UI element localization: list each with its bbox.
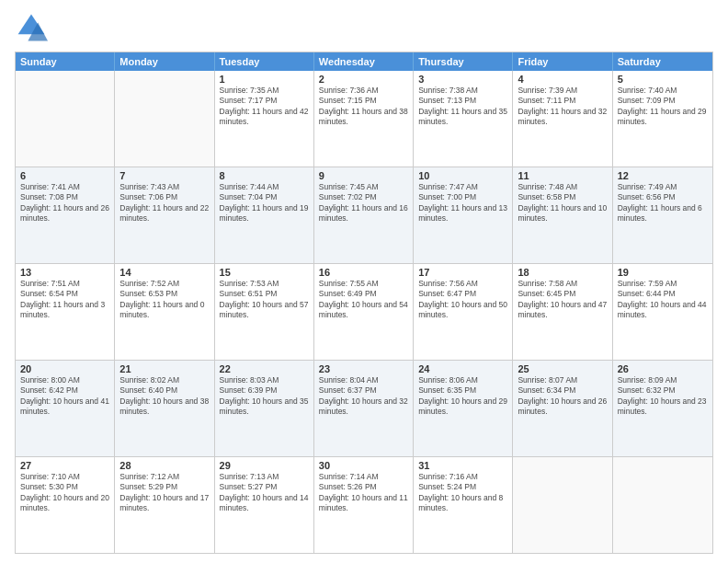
calendar-cell-0-4: 3Sunrise: 7:38 AM Sunset: 7:13 PM Daylig… — [414, 71, 513, 167]
day-info: Sunrise: 8:00 AM Sunset: 6:42 PM Dayligh… — [20, 375, 109, 418]
day-number: 8 — [220, 170, 309, 181]
day-info: Sunrise: 7:51 AM Sunset: 6:54 PM Dayligh… — [20, 279, 109, 321]
day-number: 14 — [119, 267, 209, 278]
header-day-tuesday: Tuesday — [215, 52, 314, 71]
calendar-cell-3-2: 22Sunrise: 8:03 AM Sunset: 6:39 PM Dayli… — [215, 361, 314, 456]
day-number: 19 — [618, 267, 708, 278]
calendar-cell-1-6: 12Sunrise: 7:49 AM Sunset: 6:56 PM Dayli… — [613, 167, 712, 263]
header-day-sunday: Sunday — [16, 52, 115, 71]
calendar-cell-4-4: 31Sunrise: 7:16 AM Sunset: 5:24 PM Dayli… — [414, 457, 513, 553]
day-number: 26 — [618, 363, 708, 374]
calendar-cell-2-0: 13Sunrise: 7:51 AM Sunset: 6:54 PM Dayli… — [16, 264, 115, 360]
day-info: Sunrise: 8:02 AM Sunset: 6:40 PM Dayligh… — [119, 375, 209, 418]
calendar-row-3: 20Sunrise: 8:00 AM Sunset: 6:42 PM Dayli… — [16, 360, 712, 456]
day-info: Sunrise: 8:03 AM Sunset: 6:39 PM Dayligh… — [220, 375, 309, 418]
day-number: 2 — [319, 74, 408, 85]
day-info: Sunrise: 7:38 AM Sunset: 7:13 PM Dayligh… — [418, 86, 507, 128]
calendar-cell-3-6: 26Sunrise: 8:09 AM Sunset: 6:32 PM Dayli… — [613, 361, 712, 456]
day-info: Sunrise: 7:59 AM Sunset: 6:44 PM Dayligh… — [618, 279, 708, 321]
day-number: 20 — [20, 363, 109, 374]
day-number: 27 — [20, 460, 109, 471]
day-info: Sunrise: 7:10 AM Sunset: 5:30 PM Dayligh… — [20, 472, 109, 514]
logo — [15, 11, 51, 44]
day-number: 4 — [518, 74, 607, 85]
day-info: Sunrise: 7:48 AM Sunset: 6:58 PM Dayligh… — [518, 182, 607, 224]
calendar: SundayMondayTuesdayWednesdayThursdayFrid… — [15, 52, 713, 554]
calendar-cell-2-4: 17Sunrise: 7:56 AM Sunset: 6:47 PM Dayli… — [414, 264, 513, 360]
calendar-row-1: 6Sunrise: 7:41 AM Sunset: 7:08 PM Daylig… — [16, 167, 712, 263]
calendar-cell-0-1 — [115, 71, 214, 167]
calendar-cell-4-1: 28Sunrise: 7:12 AM Sunset: 5:29 PM Dayli… — [115, 457, 214, 553]
day-info: Sunrise: 8:09 AM Sunset: 6:32 PM Dayligh… — [618, 375, 708, 418]
day-info: Sunrise: 8:06 AM Sunset: 6:35 PM Dayligh… — [418, 375, 507, 418]
day-number: 21 — [119, 363, 209, 374]
calendar-row-0: 1Sunrise: 7:35 AM Sunset: 7:17 PM Daylig… — [16, 71, 712, 167]
calendar-cell-1-2: 8Sunrise: 7:44 AM Sunset: 7:04 PM Daylig… — [215, 167, 314, 263]
day-number: 23 — [319, 363, 408, 374]
calendar-body: 1Sunrise: 7:35 AM Sunset: 7:17 PM Daylig… — [16, 71, 712, 553]
calendar-cell-1-1: 7Sunrise: 7:43 AM Sunset: 7:06 PM Daylig… — [115, 167, 214, 263]
day-info: Sunrise: 7:36 AM Sunset: 7:15 PM Dayligh… — [319, 86, 408, 128]
day-info: Sunrise: 7:14 AM Sunset: 5:26 PM Dayligh… — [319, 472, 408, 514]
day-info: Sunrise: 7:13 AM Sunset: 5:27 PM Dayligh… — [220, 472, 309, 514]
day-number: 9 — [319, 170, 408, 181]
day-info: Sunrise: 8:07 AM Sunset: 6:34 PM Dayligh… — [518, 375, 607, 418]
calendar-cell-2-3: 16Sunrise: 7:55 AM Sunset: 6:49 PM Dayli… — [314, 264, 414, 360]
day-number: 11 — [518, 170, 607, 181]
calendar-cell-3-0: 20Sunrise: 8:00 AM Sunset: 6:42 PM Dayli… — [16, 361, 115, 456]
day-number: 12 — [618, 170, 708, 181]
day-number: 7 — [119, 170, 209, 181]
day-info: Sunrise: 8:04 AM Sunset: 6:37 PM Dayligh… — [319, 375, 408, 418]
day-number: 3 — [418, 74, 507, 85]
calendar-cell-4-0: 27Sunrise: 7:10 AM Sunset: 5:30 PM Dayli… — [16, 457, 115, 553]
calendar-cell-3-3: 23Sunrise: 8:04 AM Sunset: 6:37 PM Dayli… — [314, 361, 414, 456]
calendar-cell-0-3: 2Sunrise: 7:36 AM Sunset: 7:15 PM Daylig… — [314, 71, 414, 167]
calendar-cell-2-5: 18Sunrise: 7:58 AM Sunset: 6:45 PM Dayli… — [513, 264, 612, 360]
day-info: Sunrise: 7:40 AM Sunset: 7:09 PM Dayligh… — [618, 86, 708, 128]
calendar-cell-1-5: 11Sunrise: 7:48 AM Sunset: 6:58 PM Dayli… — [513, 167, 612, 263]
day-number: 15 — [220, 267, 309, 278]
header-day-thursday: Thursday — [414, 52, 513, 71]
day-info: Sunrise: 7:43 AM Sunset: 7:06 PM Dayligh… — [119, 182, 209, 224]
calendar-cell-0-5: 4Sunrise: 7:39 AM Sunset: 7:11 PM Daylig… — [513, 71, 612, 167]
calendar-cell-3-1: 21Sunrise: 8:02 AM Sunset: 6:40 PM Dayli… — [115, 361, 214, 456]
day-info: Sunrise: 7:35 AM Sunset: 7:17 PM Dayligh… — [220, 86, 309, 128]
header-day-monday: Monday — [115, 52, 214, 71]
day-number: 16 — [319, 267, 408, 278]
header-day-wednesday: Wednesday — [314, 52, 414, 71]
day-number: 13 — [20, 267, 109, 278]
calendar-cell-0-6: 5Sunrise: 7:40 AM Sunset: 7:09 PM Daylig… — [613, 71, 712, 167]
calendar-row-4: 27Sunrise: 7:10 AM Sunset: 5:30 PM Dayli… — [16, 456, 712, 553]
header-day-friday: Friday — [513, 52, 612, 71]
day-number: 22 — [220, 363, 309, 374]
calendar-cell-2-6: 19Sunrise: 7:59 AM Sunset: 6:44 PM Dayli… — [613, 264, 712, 360]
day-number: 30 — [319, 460, 408, 471]
day-info: Sunrise: 7:47 AM Sunset: 7:00 PM Dayligh… — [418, 182, 507, 224]
day-info: Sunrise: 7:56 AM Sunset: 6:47 PM Dayligh… — [418, 279, 507, 321]
day-number: 18 — [518, 267, 607, 278]
day-number: 24 — [418, 363, 507, 374]
page: SundayMondayTuesdayWednesdayThursdayFrid… — [0, 0, 728, 563]
day-info: Sunrise: 7:49 AM Sunset: 6:56 PM Dayligh… — [618, 182, 708, 224]
day-info: Sunrise: 7:45 AM Sunset: 7:02 PM Dayligh… — [319, 182, 408, 224]
day-info: Sunrise: 7:55 AM Sunset: 6:49 PM Dayligh… — [319, 279, 408, 321]
day-info: Sunrise: 7:16 AM Sunset: 5:24 PM Dayligh… — [418, 472, 507, 514]
day-number: 25 — [518, 363, 607, 374]
day-info: Sunrise: 7:12 AM Sunset: 5:29 PM Dayligh… — [119, 472, 209, 514]
day-number: 6 — [20, 170, 109, 181]
calendar-cell-4-6 — [613, 457, 712, 553]
header — [15, 11, 713, 44]
day-info: Sunrise: 7:58 AM Sunset: 6:45 PM Dayligh… — [518, 279, 607, 321]
day-number: 31 — [418, 460, 507, 471]
calendar-cell-0-0 — [16, 71, 115, 167]
day-info: Sunrise: 7:39 AM Sunset: 7:11 PM Dayligh… — [518, 86, 607, 128]
calendar-cell-1-4: 10Sunrise: 7:47 AM Sunset: 7:00 PM Dayli… — [414, 167, 513, 263]
day-info: Sunrise: 7:44 AM Sunset: 7:04 PM Dayligh… — [220, 182, 309, 224]
calendar-row-2: 13Sunrise: 7:51 AM Sunset: 6:54 PM Dayli… — [16, 263, 712, 360]
day-number: 1 — [220, 74, 309, 85]
day-number: 17 — [418, 267, 507, 278]
day-info: Sunrise: 7:53 AM Sunset: 6:51 PM Dayligh… — [220, 279, 309, 321]
calendar-cell-2-1: 14Sunrise: 7:52 AM Sunset: 6:53 PM Dayli… — [115, 264, 214, 360]
calendar-cell-3-4: 24Sunrise: 8:06 AM Sunset: 6:35 PM Dayli… — [414, 361, 513, 456]
calendar-cell-4-3: 30Sunrise: 7:14 AM Sunset: 5:26 PM Dayli… — [314, 457, 414, 553]
